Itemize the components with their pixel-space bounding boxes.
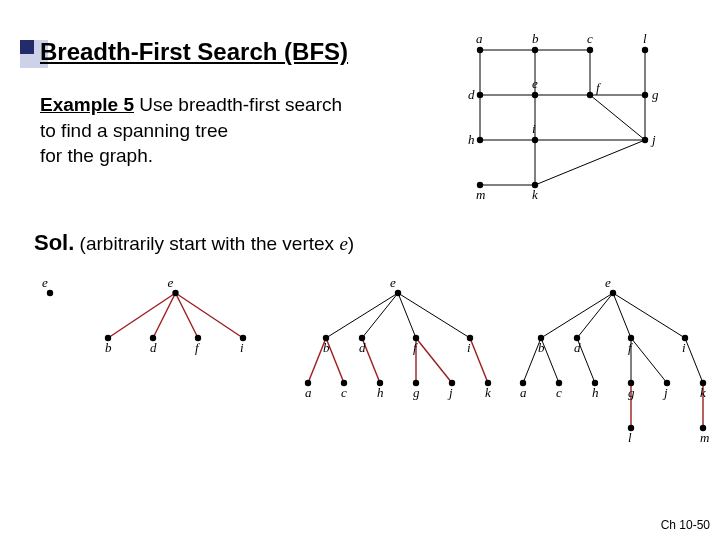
svg-text:j: j [447, 385, 453, 400]
svg-text:i: i [532, 121, 536, 136]
svg-text:d: d [150, 340, 157, 355]
svg-text:a: a [476, 31, 483, 46]
svg-text:b: b [532, 31, 539, 46]
svg-line-63 [398, 293, 470, 338]
svg-text:m: m [700, 430, 709, 445]
svg-point-30 [587, 92, 593, 98]
svg-text:k: k [700, 385, 706, 400]
svg-text:d: d [574, 340, 581, 355]
svg-text:d: d [468, 87, 475, 102]
svg-point-38 [642, 137, 648, 143]
svg-text:f: f [413, 340, 419, 355]
svg-text:a: a [520, 385, 527, 400]
svg-text:g: g [628, 385, 635, 400]
solution-label: Sol. [34, 230, 74, 255]
svg-text:b: b [538, 340, 545, 355]
title-bullet [20, 40, 34, 54]
page-footer: Ch 10-50 [661, 518, 710, 532]
svg-line-69 [470, 338, 488, 383]
page-title: Breadth-First Search (BFS) [40, 38, 348, 66]
svg-text:l: l [643, 31, 647, 46]
example-label: Example 5 [40, 94, 134, 115]
svg-line-68 [416, 338, 452, 383]
svg-point-22 [587, 47, 593, 53]
bfs-step-0: e [36, 275, 76, 315]
svg-text:k: k [485, 385, 491, 400]
svg-text:h: h [468, 132, 475, 147]
svg-text:i: i [240, 340, 244, 355]
svg-text:d: d [359, 340, 366, 355]
svg-text:h: h [377, 385, 384, 400]
svg-text:m: m [476, 187, 485, 202]
solution-vertex: e [339, 233, 347, 254]
svg-text:e: e [168, 275, 174, 290]
svg-point-36 [532, 137, 538, 143]
svg-text:e: e [390, 275, 396, 290]
svg-line-94 [613, 293, 631, 338]
svg-line-46 [108, 293, 176, 338]
svg-point-20 [532, 47, 538, 53]
svg-line-60 [326, 293, 398, 338]
svg-point-18 [477, 47, 483, 53]
svg-line-62 [398, 293, 416, 338]
svg-text:j: j [662, 385, 668, 400]
svg-point-26 [477, 92, 483, 98]
svg-line-10 [590, 95, 645, 140]
svg-line-49 [176, 293, 244, 338]
svg-text:c: c [556, 385, 562, 400]
svg-point-34 [477, 137, 483, 143]
svg-point-24 [642, 47, 648, 53]
svg-point-104 [610, 290, 616, 296]
example-line1: Use breadth-first search [134, 94, 342, 115]
svg-text:e: e [42, 275, 48, 290]
svg-text:f: f [628, 340, 634, 355]
svg-text:c: c [587, 31, 593, 46]
svg-text:c: c [341, 385, 347, 400]
svg-text:k: k [532, 187, 538, 202]
svg-point-70 [395, 290, 401, 296]
svg-text:a: a [305, 385, 312, 400]
svg-line-101 [685, 338, 703, 383]
svg-text:h: h [592, 385, 599, 400]
svg-point-32 [642, 92, 648, 98]
main-graph: abcldefghijmk [460, 30, 700, 230]
svg-point-44 [47, 290, 53, 296]
solution-text: Sol. (arbitrarily start with the vertex … [34, 230, 354, 256]
bfs-step-1: ebdfi [90, 275, 260, 385]
svg-line-100 [631, 338, 667, 383]
svg-text:i: i [467, 340, 471, 355]
example-text: Example 5 Use breadth-first search to fi… [40, 92, 342, 169]
svg-line-61 [362, 293, 398, 338]
solution-close: ) [348, 233, 354, 254]
svg-line-92 [541, 293, 613, 338]
svg-text:b: b [323, 340, 330, 355]
svg-point-50 [172, 290, 178, 296]
example-line3: for the graph. [40, 145, 153, 166]
svg-text:g: g [413, 385, 420, 400]
svg-text:l: l [628, 430, 632, 445]
svg-line-93 [577, 293, 613, 338]
svg-point-28 [532, 92, 538, 98]
svg-line-16 [535, 140, 645, 185]
solution-body: (arbitrarily start with the vertex [74, 233, 339, 254]
svg-text:b: b [105, 340, 112, 355]
svg-text:e: e [532, 76, 538, 91]
bfs-step-2: ebdfiachgjk [290, 275, 500, 425]
svg-text:j: j [650, 132, 656, 147]
svg-text:f: f [596, 80, 602, 95]
svg-text:g: g [652, 87, 659, 102]
svg-line-95 [613, 293, 685, 338]
bfs-step-3: ebdfiachgjklm [505, 275, 715, 465]
svg-text:i: i [682, 340, 686, 355]
example-line2: to find a spanning tree [40, 120, 228, 141]
svg-text:e: e [605, 275, 611, 290]
svg-text:f: f [195, 340, 201, 355]
